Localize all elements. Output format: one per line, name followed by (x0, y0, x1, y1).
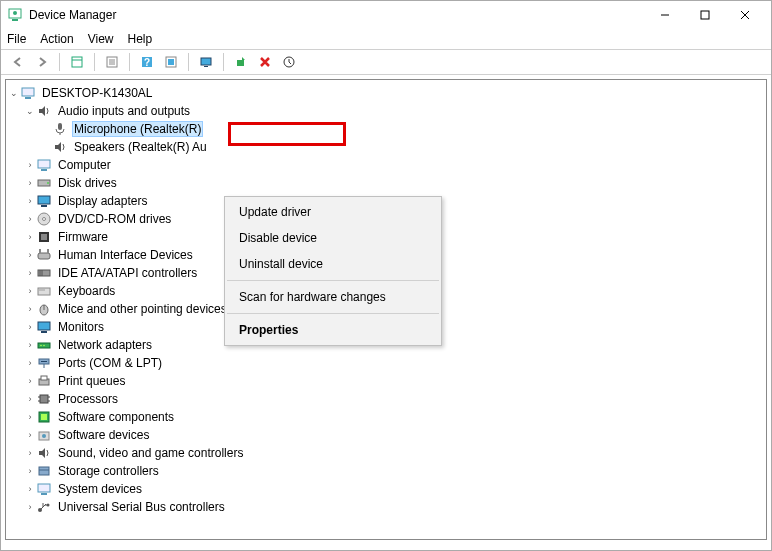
svg-point-44 (43, 289, 44, 290)
show-hide-button[interactable] (66, 51, 88, 73)
tree-node-label: Keyboards (56, 283, 117, 299)
expand-icon[interactable]: › (24, 250, 36, 260)
expand-icon[interactable]: › (24, 304, 36, 314)
context-menu: Update driver Disable device Uninstall d… (224, 196, 442, 346)
toolbar: ? (1, 49, 771, 75)
svg-rect-69 (41, 493, 47, 495)
menu-action[interactable]: Action (40, 32, 73, 46)
tree-node-label: Processors (56, 391, 120, 407)
svg-point-42 (39, 289, 40, 290)
properties-button[interactable] (101, 51, 123, 73)
help-button[interactable]: ? (136, 51, 158, 73)
expand-icon[interactable]: › (24, 322, 36, 332)
svg-rect-7 (72, 57, 82, 67)
expand-icon[interactable]: › (24, 502, 36, 512)
expand-icon[interactable]: ⌄ (8, 88, 20, 98)
expand-icon[interactable]: › (24, 430, 36, 440)
tree-node-computer[interactable]: ›Computer (8, 156, 764, 174)
tree-node-label: System devices (56, 481, 144, 497)
svg-point-32 (43, 218, 46, 221)
menu-help[interactable]: Help (128, 32, 153, 46)
svg-rect-30 (41, 205, 47, 207)
tree-node-speakers[interactable]: Speakers (Realtek(R) Au (8, 138, 764, 156)
tree-node-label: Software devices (56, 427, 151, 443)
tree-node-swcomp[interactable]: ›Software components (8, 408, 764, 426)
expand-icon[interactable]: › (24, 196, 36, 206)
ctx-scan-hardware[interactable]: Scan for hardware changes (225, 284, 441, 310)
tree-node-label: Universal Serial Bus controllers (56, 499, 227, 515)
swcomp-icon (36, 409, 52, 425)
svg-rect-23 (58, 123, 62, 130)
expand-icon[interactable]: › (24, 214, 36, 224)
expand-icon[interactable]: › (24, 286, 36, 296)
tree-node-label: DESKTOP-K1430AL (40, 85, 155, 101)
expand-icon[interactable]: › (24, 268, 36, 278)
storage-icon (36, 463, 52, 479)
tree-node-sysdev[interactable]: ›System devices (8, 480, 764, 498)
expand-icon[interactable]: › (24, 376, 36, 386)
ctx-uninstall-device[interactable]: Uninstall device (225, 251, 441, 277)
expand-icon[interactable]: › (24, 232, 36, 242)
forward-button[interactable] (31, 51, 53, 73)
svg-point-28 (47, 182, 49, 184)
svg-rect-37 (47, 249, 49, 253)
expand-icon[interactable]: ⌄ (24, 106, 36, 116)
tree-node-label: DVD/CD-ROM drives (56, 211, 173, 227)
tree-node-microphone[interactable]: Microphone (Realtek(R) (8, 120, 764, 138)
tree-node-label: Ports (COM & LPT) (56, 355, 164, 371)
device-tree-pane: ⌄ DESKTOP-K1430AL ⌄ Audio inputs and out… (5, 79, 767, 540)
svg-point-65 (42, 434, 46, 438)
expand-icon[interactable]: › (24, 178, 36, 188)
svg-rect-36 (39, 249, 41, 253)
menu-bar: File Action View Help (1, 29, 771, 49)
expand-icon[interactable]: › (24, 484, 36, 494)
display-icon (36, 193, 52, 209)
tree-node-ports[interactable]: ›Ports (COM & LPT) (8, 354, 764, 372)
svg-rect-17 (201, 58, 211, 65)
svg-point-2 (13, 11, 17, 15)
mice-icon (36, 301, 52, 317)
svg-rect-1 (12, 19, 18, 21)
menu-view[interactable]: View (88, 32, 114, 46)
ctx-disable-device[interactable]: Disable device (225, 225, 441, 251)
close-button[interactable] (725, 2, 765, 28)
svg-point-50 (40, 345, 42, 347)
monitors-icon (36, 319, 52, 335)
tree-node-sound[interactable]: ›Sound, video and game controllers (8, 444, 764, 462)
ctx-properties[interactable]: Properties (225, 317, 441, 343)
tree-node-label: Mice and other pointing devices (56, 301, 229, 317)
tree-node-audio[interactable]: ⌄ Audio inputs and outputs (8, 102, 764, 120)
tree-node-swdev[interactable]: ›Software devices (8, 426, 764, 444)
proc-icon (36, 391, 52, 407)
window-title: Device Manager (29, 8, 645, 22)
expand-icon[interactable]: › (24, 394, 36, 404)
svg-rect-19 (237, 60, 244, 66)
minimize-button[interactable] (645, 2, 685, 28)
tree-node-printq[interactable]: ›Print queues (8, 372, 764, 390)
tree-root[interactable]: ⌄ DESKTOP-K1430AL (8, 84, 764, 102)
tree-node-label: Network adapters (56, 337, 154, 353)
tree-node-usb[interactable]: ›Universal Serial Bus controllers (8, 498, 764, 516)
view-button[interactable] (160, 51, 182, 73)
expand-icon[interactable]: › (24, 160, 36, 170)
maximize-button[interactable] (685, 2, 725, 28)
dvd-icon (36, 211, 52, 227)
update-driver-button[interactable] (230, 51, 252, 73)
svg-rect-18 (204, 66, 208, 67)
back-button[interactable] (7, 51, 29, 73)
title-bar: Device Manager (1, 1, 771, 29)
expand-icon[interactable]: › (24, 448, 36, 458)
monitor-button[interactable] (195, 51, 217, 73)
ctx-update-driver[interactable]: Update driver (225, 199, 441, 225)
tree-node-label: Print queues (56, 373, 127, 389)
expand-icon[interactable]: › (24, 412, 36, 422)
expand-icon[interactable]: › (24, 358, 36, 368)
menu-file[interactable]: File (7, 32, 26, 46)
tree-node-disk[interactable]: ›Disk drives (8, 174, 764, 192)
scan-button[interactable] (278, 51, 300, 73)
expand-icon[interactable]: › (24, 466, 36, 476)
tree-node-proc[interactable]: ›Processors (8, 390, 764, 408)
tree-node-storage[interactable]: ›Storage controllers (8, 462, 764, 480)
expand-icon[interactable]: › (24, 340, 36, 350)
uninstall-button[interactable] (254, 51, 276, 73)
